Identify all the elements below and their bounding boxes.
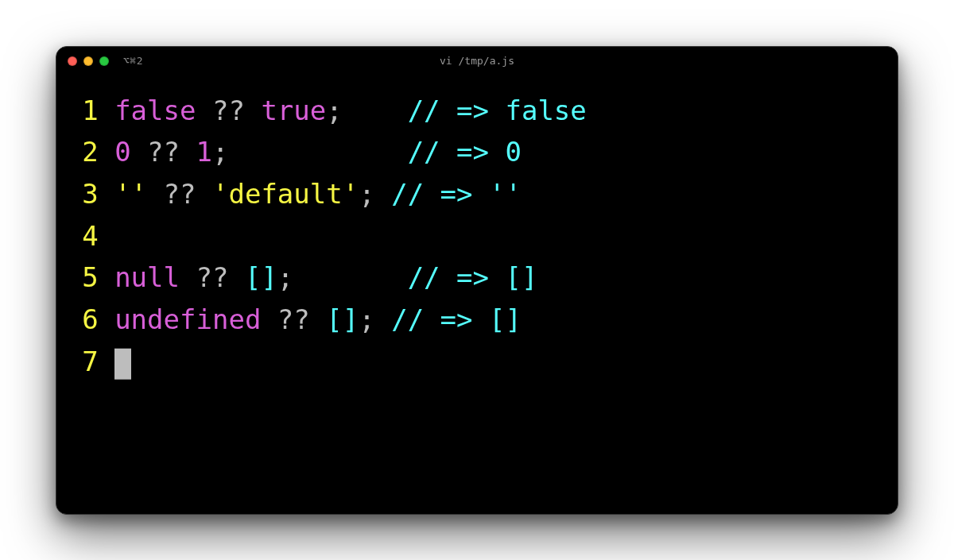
code-token: ; [326, 95, 407, 126]
code-token: 'default' [212, 178, 359, 210]
code-token: false [114, 95, 196, 126]
minimize-icon[interactable] [83, 56, 93, 66]
code-content: undefined ?? []; // => [] [114, 299, 522, 341]
line-number: 2 [76, 131, 99, 173]
code-token: [] [245, 261, 277, 293]
line-number: 3 [76, 173, 99, 215]
code-token: null [114, 261, 180, 293]
code-token: ; [277, 261, 408, 293]
close-icon[interactable] [68, 56, 77, 66]
code-token: // => [] [391, 303, 522, 335]
code-token: // => [] [408, 261, 538, 293]
titlebar: ⌥⌘2 vi /tmp/a.js [56, 47, 898, 75]
window-title: vi /tmp/a.js [440, 55, 514, 67]
code-content [114, 341, 130, 383]
code-token: ?? [261, 303, 326, 335]
code-content: 0 ?? 1; // => 0 [114, 131, 522, 173]
editor-area[interactable]: 1false ?? true; // => false20 ?? 1; // =… [56, 75, 898, 514]
code-token: // => 0 [408, 136, 522, 168]
line-number: 1 [76, 90, 99, 132]
code-line: 1false ?? true; // => false [76, 90, 878, 132]
tab-indicator: ⌥⌘2 [123, 55, 143, 67]
code-line: 5null ?? []; // => [] [76, 257, 878, 299]
code-line: 3'' ?? 'default'; // => '' [76, 173, 878, 215]
code-token: '' [114, 178, 147, 210]
line-number: 4 [76, 215, 99, 257]
code-line: 7 [76, 341, 878, 383]
code-token: ?? [180, 261, 245, 293]
zoom-icon[interactable] [99, 56, 109, 66]
code-token: 0 [114, 136, 130, 168]
code-content: false ?? true; // => false [114, 90, 587, 132]
code-line: 20 ?? 1; // => 0 [76, 131, 878, 173]
code-token: true [261, 95, 326, 126]
code-token: undefined [114, 303, 261, 335]
code-content: null ?? []; // => [] [114, 257, 537, 299]
cursor [114, 348, 130, 379]
line-number: 6 [76, 299, 99, 341]
code-token: // => '' [391, 178, 522, 210]
line-number: 5 [76, 257, 99, 299]
line-number: 7 [76, 341, 99, 383]
code-token: ; [359, 178, 391, 210]
code-content: '' ?? 'default'; // => '' [114, 173, 522, 215]
traffic-lights [68, 56, 109, 66]
code-token: [] [326, 303, 359, 335]
code-line: 4 [76, 215, 878, 257]
code-line: 6undefined ?? []; // => [] [76, 299, 878, 341]
code-token: 1 [196, 136, 212, 168]
code-token: ?? [147, 178, 212, 210]
code-token: ?? [131, 136, 196, 168]
code-token: // => false [408, 95, 587, 126]
terminal-window: ⌥⌘2 vi /tmp/a.js 1false ?? true; // => f… [56, 46, 898, 515]
code-token: ; [212, 136, 408, 168]
code-token: ?? [196, 95, 261, 126]
code-token: ; [359, 303, 391, 335]
